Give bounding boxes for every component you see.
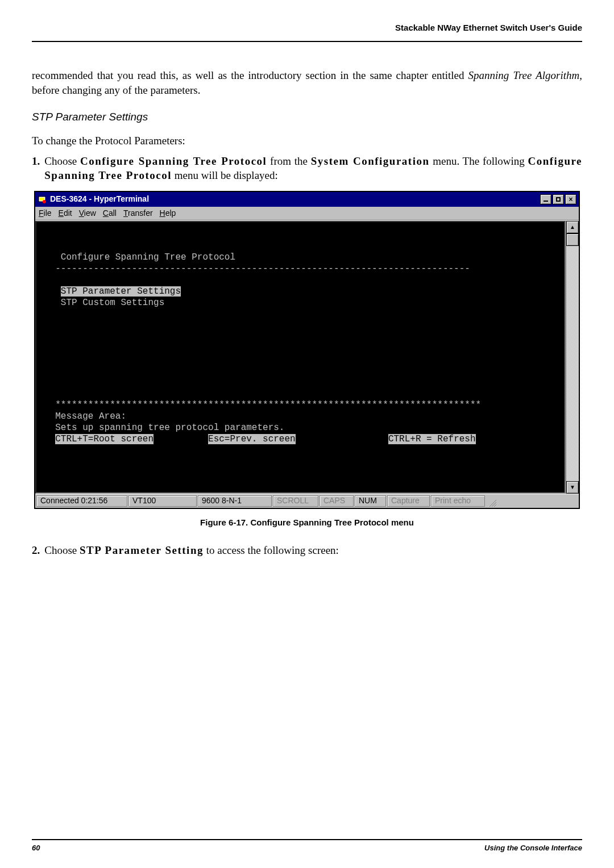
term-msg-text: Sets up spanning tree protocol parameter… bbox=[55, 423, 284, 433]
titlebar[interactable]: DES-3624 - HyperTerminal × bbox=[35, 192, 579, 207]
menu-edit[interactable]: Edit bbox=[59, 208, 72, 219]
menu-view[interactable]: View bbox=[79, 208, 96, 219]
term-item-custom[interactable]: STP Custom Settings bbox=[61, 298, 164, 308]
page-number: 60 bbox=[32, 844, 40, 852]
status-line: 9600 8-N-1 bbox=[198, 495, 272, 507]
scroll-track[interactable] bbox=[566, 246, 579, 481]
menu-transfer[interactable]: Transfer bbox=[123, 208, 153, 219]
status-emulation: VT100 bbox=[128, 495, 197, 507]
status-capture: Capture bbox=[387, 495, 430, 507]
term-hint-root: CTRL+T=Root screen bbox=[55, 434, 154, 444]
resize-grip-icon[interactable] bbox=[486, 495, 496, 507]
change-paragraph: To change the Protocol Parameters: bbox=[32, 133, 582, 148]
step-2: 2. Choose STP Parameter Setting to acces… bbox=[32, 543, 582, 558]
menubar: File Edit View Call Transfer Help bbox=[35, 207, 579, 220]
app-icon bbox=[38, 195, 47, 204]
intro-text: recommended that you read this, as well … bbox=[32, 69, 468, 81]
close-button[interactable]: × bbox=[565, 194, 576, 205]
term-divider: ----------------------------------------… bbox=[55, 264, 470, 274]
term-msg-label: Message Area: bbox=[55, 411, 126, 422]
minimize-button[interactable] bbox=[540, 194, 551, 205]
term-hint-prev: Esc=Prev. screen bbox=[208, 434, 296, 444]
step1-b: Configure Spanning Tree Protocol bbox=[80, 155, 267, 167]
status-connection: Connected 0:21:56 bbox=[36, 495, 127, 507]
term-hint-refresh: CTRL+R = Refresh bbox=[388, 434, 476, 444]
step-1-number: 1. bbox=[32, 154, 40, 183]
status-caps: CAPS bbox=[320, 495, 354, 507]
scroll-up-button[interactable]: ▲ bbox=[566, 221, 579, 233]
header-rule bbox=[32, 41, 582, 42]
svg-point-2 bbox=[43, 200, 46, 203]
step1-g: menu will be displayed: bbox=[172, 169, 278, 181]
running-head: Stackable NWay Ethernet Switch User's Gu… bbox=[395, 23, 582, 32]
terminal-screen[interactable]: Configure Spanning Tree Protocol -------… bbox=[35, 221, 566, 494]
step-2-number: 2. bbox=[32, 543, 40, 558]
step-1: 1. Choose Configure Spanning Tree Protoc… bbox=[32, 154, 582, 183]
step2-b: STP Parameter Setting bbox=[80, 544, 204, 556]
step1-a: Choose bbox=[44, 155, 80, 167]
footer-section: Using the Console Interface bbox=[484, 844, 582, 852]
footer-rule bbox=[32, 839, 582, 840]
vertical-scrollbar[interactable]: ▲ ▼ bbox=[566, 221, 579, 494]
window-title: DES-3624 - HyperTerminal bbox=[50, 194, 537, 205]
scroll-down-button[interactable]: ▼ bbox=[566, 481, 579, 494]
figure-caption: Figure 6-17. Configure Spanning Tree Pro… bbox=[32, 517, 582, 528]
status-num: NUM bbox=[355, 495, 386, 507]
subheading-stp-parameter-settings: STP Parameter Settings bbox=[32, 110, 582, 124]
intro-tail: before changing any of the parameters. bbox=[32, 84, 200, 96]
step1-c: from the bbox=[267, 155, 310, 167]
menu-help[interactable]: Help bbox=[160, 208, 176, 219]
term-heading: Configure Spanning Tree Protocol bbox=[61, 252, 235, 262]
menu-file[interactable]: File bbox=[39, 208, 52, 219]
statusbar: Connected 0:21:56 VT100 9600 8-N-1 SCROL… bbox=[35, 494, 579, 508]
svg-rect-1 bbox=[40, 198, 44, 201]
step2-a: Choose bbox=[44, 544, 80, 556]
page-footer: 60 Using the Console Interface bbox=[32, 839, 582, 852]
menu-call[interactable]: Call bbox=[103, 208, 117, 219]
term-item-selected[interactable]: STP Parameter Settings bbox=[61, 286, 181, 297]
maximize-button[interactable] bbox=[553, 194, 564, 205]
term-stars: ****************************************… bbox=[55, 400, 481, 410]
status-scroll: SCROLL bbox=[273, 495, 318, 507]
svg-line-4 bbox=[492, 502, 496, 507]
svg-line-5 bbox=[494, 504, 496, 507]
step1-d: System Configuration bbox=[311, 155, 430, 167]
hyperterminal-window: DES-3624 - HyperTerminal × File Edit Vie… bbox=[34, 191, 580, 509]
step1-e: menu. The following bbox=[430, 155, 528, 167]
step2-c: to access the following screen: bbox=[204, 544, 339, 556]
status-printecho: Print echo bbox=[431, 495, 485, 507]
intro-em: Spanning Tree Algorithm, bbox=[468, 69, 582, 81]
intro-paragraph: recommended that you read this, as well … bbox=[32, 68, 582, 97]
scroll-thumb[interactable] bbox=[566, 233, 579, 246]
